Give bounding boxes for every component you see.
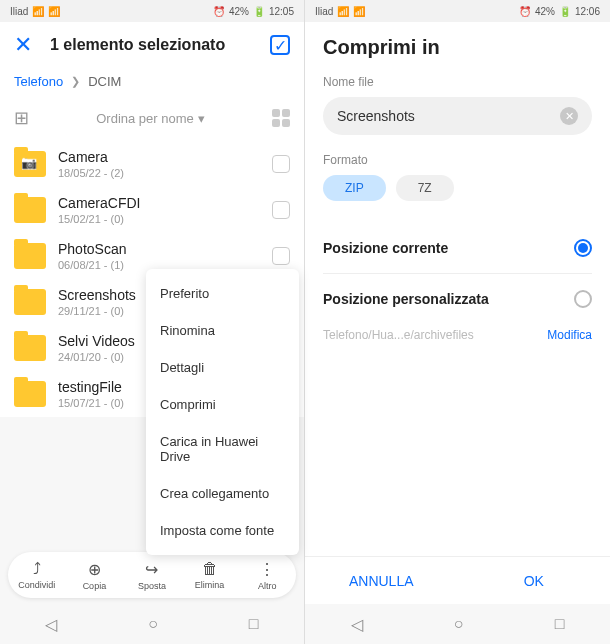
clear-icon[interactable]: ✕ <box>560 107 578 125</box>
sort-button[interactable]: Ordina per nome ▾ <box>96 111 205 126</box>
selection-title: 1 elemento selezionato <box>50 36 270 54</box>
menu-item[interactable]: Rinomina <box>146 312 299 349</box>
menu-item[interactable]: Crea collegamento <box>146 475 299 512</box>
recent-nav-icon[interactable]: □ <box>249 615 259 633</box>
menu-item[interactable]: Comprimi <box>146 386 299 423</box>
compress-dialog-screen: Iliad 📶 📶 ⏰ 42% 🔋 12:06 Comprimi in Nome… <box>305 0 610 644</box>
menu-item[interactable]: Preferito <box>146 275 299 312</box>
wifi-icon: 📶 <box>48 6 60 17</box>
trash-icon: 🗑 <box>202 560 218 578</box>
home-nav-icon[interactable]: ○ <box>454 615 464 633</box>
item-checkbox[interactable] <box>272 201 290 219</box>
copy-icon: ⊕ <box>88 560 101 579</box>
filename-label: Nome file <box>323 75 592 89</box>
carrier-label: Iliad <box>10 6 28 17</box>
battery-icon: 🔋 <box>253 6 265 17</box>
clock-label: 12:06 <box>575 6 600 17</box>
move-button[interactable]: ↪Sposta <box>123 560 181 591</box>
status-bar: Iliad 📶 📶 ⏰ 42% 🔋 12:06 <box>305 0 610 22</box>
path-text: Telefono/Hua...e/archivefiles <box>323 328 474 342</box>
carrier-label: Iliad <box>315 6 333 17</box>
item-checkbox[interactable] <box>272 155 290 173</box>
item-subtitle: 15/02/21 - (0) <box>58 213 272 225</box>
battery-icon: 🔋 <box>559 6 571 17</box>
list-item[interactable]: Camera18/05/22 - (2) <box>0 141 304 187</box>
nav-bar: ◁ ○ □ <box>0 604 304 644</box>
view-grid-icon[interactable] <box>272 109 290 127</box>
folder-icon <box>14 381 46 407</box>
filename-input[interactable]: Screenshots ✕ <box>323 97 592 135</box>
item-subtitle: 18/05/22 - (2) <box>58 167 272 179</box>
select-all-checkbox[interactable]: ✓ <box>270 35 290 55</box>
back-nav-icon[interactable]: ◁ <box>351 615 363 634</box>
divider <box>323 273 592 274</box>
close-icon[interactable]: ✕ <box>14 32 32 58</box>
item-checkbox[interactable] <box>272 247 290 265</box>
wifi-icon: 📶 <box>353 6 365 17</box>
alarm-icon: ⏰ <box>519 6 531 17</box>
battery-label: 42% <box>229 6 249 17</box>
format-options: ZIP 7Z <box>323 175 592 201</box>
back-nav-icon[interactable]: ◁ <box>45 615 57 634</box>
dialog-footer: ANNULLA OK <box>305 556 610 604</box>
folder-icon <box>14 197 46 223</box>
file-manager-screen: Iliad 📶 📶 ⏰ 42% 🔋 12:05 ✕ 1 elemento sel… <box>0 0 305 644</box>
format-7z[interactable]: 7Z <box>396 175 454 201</box>
status-bar: Iliad 📶 📶 ⏰ 42% 🔋 12:05 <box>0 0 304 22</box>
position-current-option[interactable]: Posizione corrente <box>323 227 592 269</box>
item-title: CameraCFDI <box>58 195 272 211</box>
home-nav-icon[interactable]: ○ <box>148 615 158 633</box>
context-menu: PreferitoRinominaDettagliComprimiCarica … <box>146 269 299 555</box>
cancel-button[interactable]: ANNULLA <box>305 557 458 604</box>
folder-icon <box>14 289 46 315</box>
item-title: PhotoScan <box>58 241 272 257</box>
dialog-title: Comprimi in <box>323 36 592 59</box>
folder-icon <box>14 335 46 361</box>
menu-item[interactable]: Imposta come fonte <box>146 512 299 549</box>
alarm-icon: ⏰ <box>213 6 225 17</box>
toolbar: ⊞ Ordina per nome ▾ <box>0 95 304 141</box>
ok-button[interactable]: OK <box>458 557 611 604</box>
folder-icon <box>14 243 46 269</box>
breadcrumb: Telefono ❯ DCIM <box>0 68 304 95</box>
share-icon: ⤴ <box>33 560 41 578</box>
item-title: Camera <box>58 149 272 165</box>
copy-button[interactable]: ⊕Copia <box>66 560 124 591</box>
battery-label: 42% <box>535 6 555 17</box>
signal-icon: 📶 <box>32 6 44 17</box>
radio-unchecked-icon <box>574 290 592 308</box>
selection-header: ✕ 1 elemento selezionato ✓ <box>0 22 304 68</box>
recent-nav-icon[interactable]: □ <box>555 615 565 633</box>
menu-item[interactable]: Carica in Huawei Drive <box>146 423 299 475</box>
delete-button[interactable]: 🗑Elimina <box>181 560 239 590</box>
position-custom-option[interactable]: Posizione personalizzata <box>323 278 592 320</box>
format-zip[interactable]: ZIP <box>323 175 386 201</box>
more-button[interactable]: ⋮Altro <box>238 560 296 591</box>
breadcrumb-root[interactable]: Telefono <box>14 74 63 89</box>
menu-item[interactable]: Dettagli <box>146 349 299 386</box>
nav-bar: ◁ ○ □ <box>305 604 610 644</box>
folder-icon <box>14 151 46 177</box>
breadcrumb-current: DCIM <box>88 74 121 89</box>
new-folder-icon[interactable]: ⊞ <box>14 107 29 129</box>
more-icon: ⋮ <box>259 560 275 579</box>
radio-checked-icon <box>574 239 592 257</box>
move-icon: ↪ <box>145 560 158 579</box>
share-button[interactable]: ⤴Condividi <box>8 560 66 590</box>
action-bar: ⤴Condividi ⊕Copia ↪Sposta 🗑Elimina ⋮Altr… <box>8 552 296 598</box>
compress-form: Comprimi in Nome file Screenshots ✕ Form… <box>305 22 610 604</box>
chevron-right-icon: ❯ <box>71 75 80 88</box>
dropdown-icon: ▾ <box>198 111 205 126</box>
clock-label: 12:05 <box>269 6 294 17</box>
format-label: Formato <box>323 153 592 167</box>
path-row: Telefono/Hua...e/archivefiles Modifica <box>323 320 592 350</box>
signal-icon: 📶 <box>337 6 349 17</box>
edit-link[interactable]: Modifica <box>547 328 592 342</box>
list-item[interactable]: CameraCFDI15/02/21 - (0) <box>0 187 304 233</box>
